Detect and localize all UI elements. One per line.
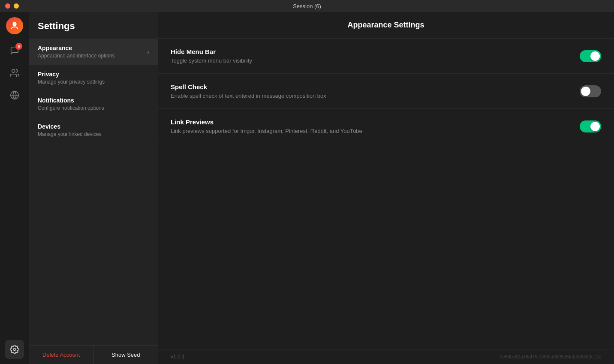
sidebar-item-devices[interactable]: Devices Manage your linked devices xyxy=(29,117,158,143)
show-seed-button[interactable]: Show Seed xyxy=(94,346,158,364)
setting-link-previews-desc: Link previews supported for Imgur, Insta… xyxy=(171,128,580,134)
avatar-icon xyxy=(10,21,19,30)
nav-contacts[interactable] xyxy=(5,63,24,82)
avatar[interactable] xyxy=(6,17,23,34)
hash-label: 7e68bc82a38df79e2490a9605d5feb2d6452c12c xyxy=(500,354,601,359)
sidebar-item-devices-subtitle: Manage your linked devices xyxy=(38,131,149,137)
toggle-knob xyxy=(581,87,590,96)
svg-point-0 xyxy=(12,69,15,72)
setting-hide-menu-bar-text: Hide Menu Bar Toggle system menu bar vis… xyxy=(171,48,580,64)
settings-icon xyxy=(10,345,19,354)
sidebar-item-privacy[interactable]: Privacy Manage your privacy settings xyxy=(29,65,158,91)
sidebar-item-appearance-text: Appearance Appearance and interface opti… xyxy=(38,45,147,59)
nav-globe[interactable] xyxy=(5,86,24,105)
sidebar-items: Appearance Appearance and interface opti… xyxy=(29,39,158,345)
main-footer: v1.0.1 7e68bc82a38df79e2490a9605d5feb2d6… xyxy=(158,349,614,364)
sidebar-item-privacy-text: Privacy Manage your privacy settings xyxy=(38,71,149,85)
app-body: 6 Settings xyxy=(0,12,614,364)
setting-spell-check: Spell Check Enable spell check of text e… xyxy=(158,74,614,109)
sidebar-item-appearance-title: Appearance xyxy=(38,45,147,51)
contacts-icon xyxy=(10,68,19,78)
sidebar-item-notifications-title: Notifications xyxy=(38,97,149,104)
svg-point-3 xyxy=(13,348,16,351)
version-label: v1.0.1 xyxy=(171,354,185,360)
message-badge: 6 xyxy=(15,43,22,50)
delete-account-button[interactable]: Delete Account xyxy=(29,346,93,364)
globe-icon xyxy=(10,90,19,100)
sidebar-item-appearance-subtitle: Appearance and interface options xyxy=(38,53,147,59)
setting-hide-menu-bar-desc: Toggle system menu bar visibility xyxy=(171,57,580,64)
setting-link-previews-text: Link Previews Link previews supported fo… xyxy=(171,118,580,134)
window-title: Session (6) xyxy=(293,3,321,9)
setting-spell-check-text: Spell Check Enable spell check of text e… xyxy=(171,83,580,99)
main-empty-space xyxy=(158,194,614,349)
sidebar-item-devices-text: Devices Manage your linked devices xyxy=(38,123,149,137)
main-header-title: Appearance Settings xyxy=(171,21,601,30)
sidebar-item-appearance[interactable]: Appearance Appearance and interface opti… xyxy=(29,39,158,65)
toggle-knob xyxy=(590,122,600,131)
close-button[interactable] xyxy=(5,3,10,9)
main-header: Appearance Settings xyxy=(158,12,614,39)
nav-messages[interactable]: 6 xyxy=(5,41,24,60)
window-controls xyxy=(5,3,19,9)
sidebar-item-privacy-subtitle: Manage your privacy settings xyxy=(38,79,149,85)
nav-bar: 6 xyxy=(0,12,29,364)
setting-spell-check-title: Spell Check xyxy=(171,83,580,90)
main-content: Appearance Settings Hide Menu Bar Toggle… xyxy=(158,12,614,364)
spell-check-toggle[interactable] xyxy=(580,85,601,97)
sidebar-footer: Delete Account Show Seed xyxy=(29,345,158,364)
hide-menu-bar-toggle[interactable] xyxy=(580,50,601,62)
sidebar-title: Settings xyxy=(29,12,158,39)
toggle-knob xyxy=(590,51,600,61)
minimize-button[interactable] xyxy=(14,3,19,9)
titlebar: Session (6) xyxy=(0,0,614,12)
sidebar-item-privacy-title: Privacy xyxy=(38,71,149,78)
setting-hide-menu-bar: Hide Menu Bar Toggle system menu bar vis… xyxy=(158,39,614,74)
sidebar: Settings Appearance Appearance and inter… xyxy=(29,12,158,364)
sidebar-item-notifications-text: Notifications Configure notification opt… xyxy=(38,97,149,111)
sidebar-item-notifications-subtitle: Configure notification options xyxy=(38,105,149,111)
sidebar-item-notifications[interactable]: Notifications Configure notification opt… xyxy=(29,91,158,117)
setting-link-previews: Link Previews Link previews supported fo… xyxy=(158,109,614,144)
chevron-right-icon: › xyxy=(147,48,149,55)
nav-settings[interactable] xyxy=(5,340,24,359)
link-previews-toggle[interactable] xyxy=(580,120,601,132)
setting-hide-menu-bar-title: Hide Menu Bar xyxy=(171,48,580,55)
setting-link-previews-title: Link Previews xyxy=(171,118,580,126)
setting-spell-check-desc: Enable spell check of text entered in me… xyxy=(171,93,580,99)
sidebar-item-devices-title: Devices xyxy=(38,123,149,130)
settings-list: Hide Menu Bar Toggle system menu bar vis… xyxy=(158,39,614,194)
